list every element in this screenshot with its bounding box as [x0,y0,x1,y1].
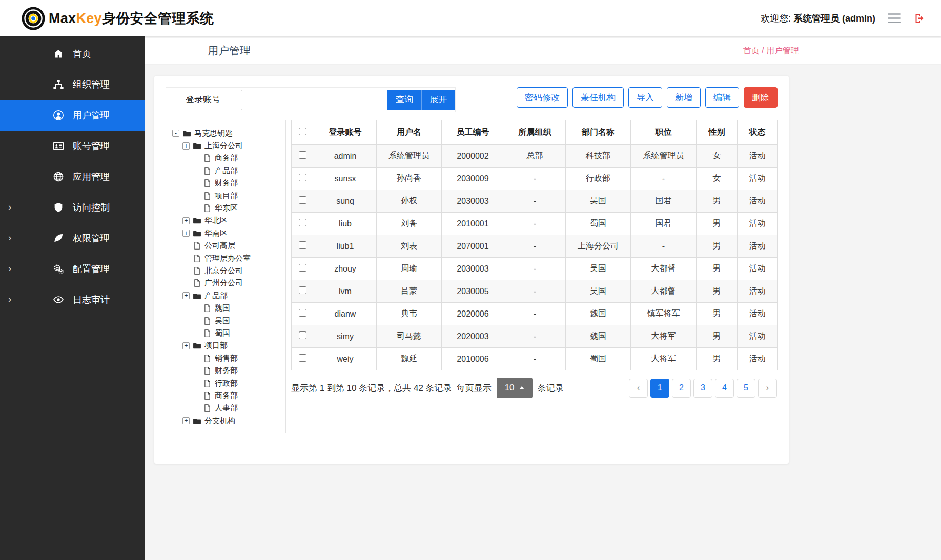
page-title: 用户管理 [208,44,251,58]
tree-node[interactable]: 产品部 [170,164,281,177]
tree-node[interactable]: +项目部 [170,340,281,352]
table-header-row: 登录账号用户名员工编号所属组织部门名称职位性别状态 [292,120,778,145]
tree-node[interactable]: 人事部 [170,402,281,414]
tree-node[interactable]: 商务部 [170,389,281,402]
cell: - [504,190,566,213]
next-page-button[interactable]: › [758,379,777,398]
tree-node[interactable]: 管理层办公室 [170,252,281,264]
logout-icon[interactable] [913,12,927,25]
user-row[interactable]: lvm吕蒙2030005-吴国大都督男活动 [292,280,778,303]
row-checkbox[interactable] [299,264,306,272]
tree-node[interactable]: 财务部 [170,177,281,190]
sidebar-item-label: 应用管理 [73,171,110,183]
page-button-2[interactable]: 2 [672,379,691,398]
tree-node[interactable]: +华南区 [170,227,281,239]
row-checkbox[interactable] [299,354,306,362]
tree-node[interactable]: +上海分公司 [170,139,281,152]
tree-node[interactable]: +产品部 [170,289,281,302]
page-size-select[interactable]: 10 [497,378,533,398]
import-button[interactable]: 导入 [628,87,662,108]
tree-expand-toggle[interactable]: + [182,342,190,349]
cell: dianw [314,303,377,325]
row-checkbox[interactable] [299,196,306,204]
cell: - [631,168,697,190]
sidebar-item-config[interactable]: ›配置管理 [0,254,145,284]
tree-expand-toggle[interactable]: + [182,142,190,150]
tree-collapse-toggle[interactable]: - [172,130,179,137]
sidebar-item-access-control[interactable]: ›访问控制 [0,192,145,223]
tree-expand-toggle[interactable]: + [182,292,190,299]
row-checkbox[interactable] [299,241,306,249]
row-checkbox[interactable] [299,331,306,339]
cell: 魏国 [566,303,631,325]
tree-node[interactable]: 魏国 [170,302,281,314]
row-checkbox[interactable] [299,174,306,181]
page-button-3[interactable]: 3 [693,379,712,398]
user-row[interactable]: admin系统管理员2000002总部科技部系统管理员女活动 [292,145,778,168]
tree-node[interactable]: 商务部 [170,152,281,164]
tree-node[interactable]: 华东区 [170,202,281,214]
tree-node[interactable]: 北京分公司 [170,264,281,277]
tree-node-label: 马克思钥匙 [194,129,233,138]
tree-expand-toggle[interactable]: + [182,230,190,237]
sidebar-item-users[interactable]: 用户管理 [0,100,145,131]
row-checkbox[interactable] [299,309,306,317]
file-icon [203,317,212,325]
tree-node[interactable]: 吴国 [170,315,281,327]
user-icon [53,110,64,121]
query-button[interactable]: 查询 [387,90,421,110]
select-all-checkbox[interactable] [299,128,306,135]
delete-button[interactable]: 删除 [744,87,778,108]
sidebar-item-label: 账号管理 [73,140,110,152]
row-checkbox[interactable] [299,151,306,159]
user-row[interactable]: sunq孙权2030003-吴国国君男活动 [292,190,778,213]
tree-node[interactable]: 销售部 [170,352,281,364]
tree-expand-toggle[interactable]: + [182,217,190,224]
login-account-input[interactable] [241,90,387,110]
page-button-4[interactable]: 4 [715,379,734,398]
user-row[interactable]: weiy魏延2010006-蜀国大将军男活动 [292,348,778,370]
user-row[interactable]: zhouy周瑜2030003-吴国大都督男活动 [292,258,778,280]
sidebar-item-home[interactable]: 首页 [0,38,145,69]
cell: 男 [697,235,738,258]
tree-node[interactable]: 公司高层 [170,240,281,252]
user-row[interactable]: sunsx孙尚香2030009-行政部-女活动 [292,168,778,190]
menu-icon[interactable] [888,13,901,24]
file-icon [203,366,212,375]
row-checkbox[interactable] [299,219,306,226]
tree-node[interactable]: 财务部 [170,364,281,377]
tree-node[interactable]: 项目部 [170,190,281,202]
tree-node[interactable]: -马克思钥匙 [170,127,281,139]
tree-node[interactable]: 行政部 [170,377,281,389]
tree-node[interactable]: 广州分公司 [170,277,281,289]
breadcrumb-home-link[interactable]: 首页 [743,46,760,55]
sidebar-item-accounts[interactable]: 账号管理 [0,131,145,161]
cell: 吴国 [566,190,631,213]
add-button[interactable]: 新增 [667,87,701,108]
sidebar-item-org[interactable]: 组织管理 [0,69,145,100]
folder-icon [193,229,201,238]
tree-node[interactable]: +分支机构 [170,414,281,427]
tree-node[interactable]: 蜀国 [170,327,281,339]
page-button-5[interactable]: 5 [737,379,755,398]
user-row[interactable]: liub刘备2010001-蜀国国君男活动 [292,213,778,235]
row-checkbox[interactable] [299,286,306,294]
change-password-button[interactable]: 密码修改 [517,87,568,108]
user-row[interactable]: liub1刘表2070001-上海分公司-男活动 [292,235,778,258]
prev-page-button[interactable]: ‹ [629,379,648,398]
tree-node[interactable]: +华北区 [170,215,281,227]
adjunct-org-button[interactable]: 兼任机构 [572,87,624,108]
sidebar-item-permissions[interactable]: ›权限管理 [0,223,145,254]
edit-button[interactable]: 编辑 [705,87,739,108]
tree-node-label: 财务部 [215,366,238,376]
breadcrumb-current[interactable]: 用户管理 [766,46,799,55]
sidebar-item-audit[interactable]: ›日志审计 [0,284,145,315]
user-row[interactable]: dianw典韦2020006-魏国镇军将军男活动 [292,303,778,325]
cell: 大将军 [631,348,697,370]
column-header: 所属组织 [504,120,566,145]
expand-button[interactable]: 展开 [421,90,455,110]
page-button-1[interactable]: 1 [650,379,669,398]
sidebar-item-apps[interactable]: 应用管理 [0,161,145,192]
user-row[interactable]: simy司马懿2020003-魏国大将军男活动 [292,325,778,348]
tree-expand-toggle[interactable]: + [182,417,190,424]
